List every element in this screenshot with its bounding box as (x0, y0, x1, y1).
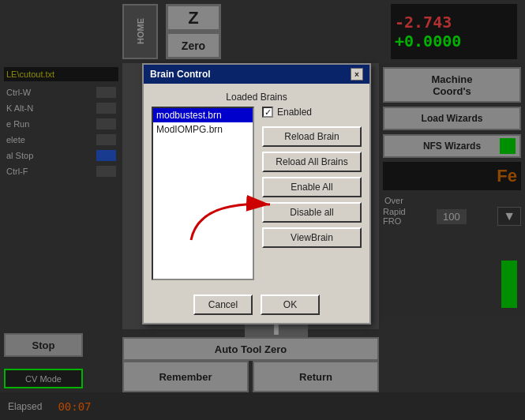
enable-all-button[interactable]: Enable All (262, 177, 362, 197)
dialog-title: Brain Control (150, 69, 211, 80)
enabled-row: ✓ Enabled (262, 107, 362, 118)
dialog-body: Loaded Brains modbustest.brn ModIOMPG.br… (144, 84, 369, 288)
dialog-footer: Cancel OK (144, 288, 369, 323)
ok-button[interactable]: OK (261, 294, 320, 315)
dialog-overlay: Brain Control × Loaded Brains modbustest… (0, 0, 525, 420)
brain-item-0[interactable]: modbustest.brn (153, 108, 253, 122)
reload-brain-button[interactable]: Reload Brain (262, 126, 362, 147)
dialog-content: modbustest.brn ModIOMPG.brn ✓ Enabled Re… (152, 107, 362, 280)
enabled-label: Enabled (277, 107, 312, 118)
loaded-brains-label: Loaded Brains (152, 92, 362, 103)
brain-control-dialog: Brain Control × Loaded Brains modbustest… (142, 63, 371, 324)
view-brain-button[interactable]: ViewBrain (262, 227, 362, 248)
brain-item-1[interactable]: ModIOMPG.brn (153, 122, 253, 137)
dialog-close-button[interactable]: × (351, 68, 363, 81)
enabled-checkbox[interactable]: ✓ (262, 107, 273, 118)
reload-all-brains-button[interactable]: Reload All Brains (262, 152, 362, 172)
dialog-action-buttons: ✓ Enabled Reload Brain Reload All Brains… (262, 107, 362, 280)
cancel-button[interactable]: Cancel (193, 294, 253, 315)
brain-list[interactable]: modbustest.brn ModIOMPG.brn (152, 107, 254, 280)
disable-all-button[interactable]: Disable all (262, 202, 362, 223)
dialog-titlebar: Brain Control × (144, 65, 369, 84)
